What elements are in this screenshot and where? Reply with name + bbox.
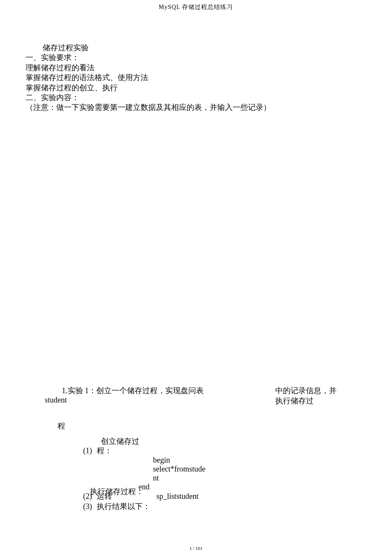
- document-header-title: MySQL 存储过程总结练习: [0, 0, 392, 11]
- exp1-cheng: 程: [45, 421, 366, 431]
- section2-header: 二、实验内容：: [26, 93, 366, 103]
- requirement-1: 理解储存过程的看法: [26, 63, 366, 73]
- experiment-1-section: 1.实验 1：创立一个储存过程，实现盘问表 student 中的记录信息，并 执…: [0, 385, 392, 512]
- step2-proc-name: sp_liststudent: [156, 492, 199, 501]
- code-nt: nt: [83, 474, 366, 483]
- step2-exec-label: 执行储存过程：: [90, 487, 144, 497]
- step3-number: (3): [83, 502, 92, 511]
- experiment-title: 储存过程实验: [26, 43, 366, 53]
- step1-number: (1): [83, 446, 92, 456]
- section2-note: （注意：做一下实验需要第一建立数据及其相应的表，并输入一些记录）: [26, 103, 366, 112]
- exp1-line1-right: 中的记录信息，并: [275, 385, 337, 396]
- step-3-row: (3) 执行结果以下：: [83, 502, 366, 512]
- requirement-2: 掌握储存过程的语法格式、使用方法: [26, 73, 366, 83]
- experiment-1-right-text: 中的记录信息，并 执行储存过: [275, 385, 366, 406]
- exp1-line2-right: 执行储存过: [275, 396, 337, 406]
- step-2-row: 执行储存过程： (2) 运转 sp_liststudent: [83, 492, 366, 501]
- experiment-1-left-text: 1.实验 1：创立一个储存过程，实现盘问表 student: [45, 385, 204, 406]
- step-1-row: 创立储存过 (1) 程：: [83, 446, 366, 456]
- step3-label: 执行结果以下：: [97, 502, 150, 511]
- exp1-line2-left: student: [45, 396, 204, 405]
- step1-create-label: 创立储存过: [101, 437, 139, 446]
- code-select: select*fromstude: [83, 465, 366, 474]
- experiment-1-header-row: 1.实验 1：创立一个储存过程，实现盘问表 student 中的记录信息，并 执…: [45, 385, 366, 406]
- page-number: 1 / 101: [0, 546, 392, 551]
- section1-header: 一、实验要求：: [26, 53, 366, 63]
- exp1-line1-left: 1.实验 1：创立一个储存过程，实现盘问表: [45, 385, 204, 396]
- experiment-steps: 创立储存过 (1) 程： begin select*fromstude nt e…: [45, 446, 366, 512]
- requirement-3: 掌握储存过程的创立、执行: [26, 83, 366, 93]
- code-begin: begin: [83, 456, 366, 465]
- step1-cheng: 程：: [97, 446, 112, 456]
- document-body: 储存过程实验 一、实验要求： 理解储存过程的看法 掌握储存过程的语法格式、使用方…: [0, 11, 392, 113]
